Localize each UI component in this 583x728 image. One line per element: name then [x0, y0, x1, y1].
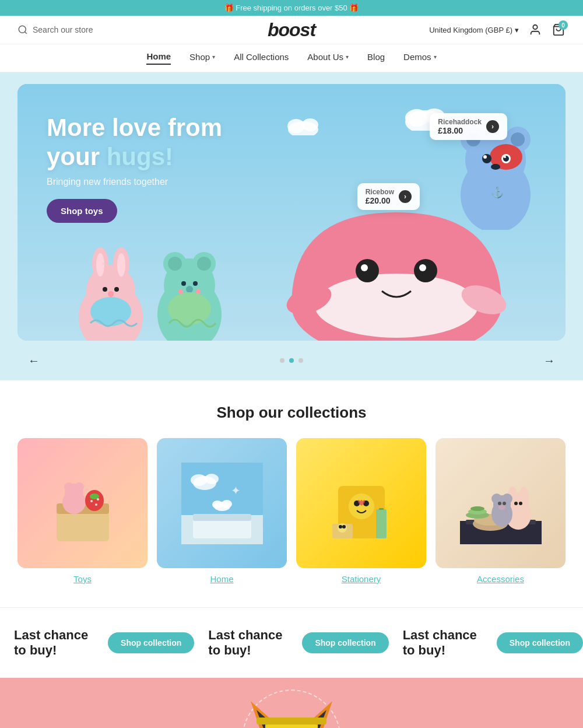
hero-prev-button[interactable]: ←	[23, 350, 44, 371]
hero-banner: More love from your hugs! Bringing new f…	[17, 84, 566, 341]
shop-collection-button-3[interactable]: Shop collection	[497, 632, 583, 653]
collection-image-toys	[17, 438, 147, 568]
chevron-down-icon: ▾	[212, 54, 215, 60]
last-chance-item-2: Last chance to buy!	[194, 617, 302, 668]
svg-point-77	[349, 494, 374, 519]
svg-point-14	[96, 253, 104, 276]
site-logo[interactable]: boost	[268, 19, 315, 41]
product-card-arrow-2[interactable]: ›	[399, 190, 412, 203]
svg-point-15	[117, 253, 125, 276]
hero-cta-button[interactable]: Shop toys	[47, 199, 117, 223]
svg-point-35	[414, 259, 437, 282]
collection-label-accessories: Accessories	[477, 574, 524, 584]
shop-collection-button-1[interactable]: Shop collection	[108, 632, 194, 653]
product-card-arrow[interactable]: ›	[486, 120, 499, 133]
collection-label-toys: Toys	[73, 574, 92, 584]
svg-rect-80	[376, 509, 387, 538]
svg-point-63	[95, 503, 97, 506]
svg-point-91	[519, 487, 529, 504]
hero-dot-3[interactable]	[298, 358, 303, 363]
svg-point-75	[222, 500, 232, 508]
main-nav: Home Shop ▾ All Collections About Us ▾ B…	[0, 44, 583, 72]
svg-point-71	[205, 474, 219, 484]
hero-navigation: ← →	[17, 341, 566, 380]
cart-icon[interactable]: 0	[552, 23, 566, 37]
svg-point-28	[186, 286, 193, 293]
collections-title: Shop our collections	[17, 404, 566, 422]
collection-image-accessories	[436, 438, 566, 568]
fox-plush-illustration	[204, 684, 379, 728]
svg-point-37	[419, 264, 426, 271]
banner-text: 🎁 Free shipping on orders over $50 🎁	[224, 4, 359, 12]
svg-rect-67	[193, 518, 251, 538]
nav-item-blog[interactable]: Blog	[367, 52, 385, 64]
hero-dot-1[interactable]	[280, 358, 285, 363]
hero-next-button[interactable]: →	[539, 350, 560, 371]
cart-badge: 0	[559, 20, 568, 30]
svg-point-74	[212, 501, 223, 509]
account-icon[interactable]	[528, 23, 542, 37]
svg-point-103	[498, 502, 501, 505]
last-chance-section: Last chance to buy! Shop collection Last…	[0, 607, 583, 678]
hero-dots	[280, 358, 303, 363]
nav-item-all-collections[interactable]: All Collections	[234, 52, 289, 64]
collection-label-home: Home	[210, 574, 233, 584]
collection-image-stationery	[296, 438, 426, 568]
svg-point-26	[181, 281, 186, 286]
collection-card-accessories[interactable]: Accessories	[436, 438, 566, 584]
svg-point-25	[197, 257, 211, 271]
svg-point-27	[193, 281, 198, 286]
svg-rect-81	[379, 508, 384, 510]
svg-point-62	[90, 500, 93, 502]
svg-point-105	[498, 505, 505, 510]
svg-point-98	[470, 506, 484, 511]
header-right: United Kingdom (GBP £) ▾ 0	[429, 23, 566, 37]
search-placeholder: Search our store	[33, 25, 93, 34]
last-chance-text-1: Last chance to buy!	[14, 628, 94, 658]
hero-dot-2[interactable]	[289, 358, 294, 363]
svg-point-58	[64, 482, 73, 492]
svg-point-93	[519, 502, 522, 505]
svg-point-17	[114, 287, 119, 292]
chevron-down-icon: ▾	[434, 54, 437, 60]
svg-point-83	[338, 523, 347, 533]
last-chance-item-1: Last chance to buy!	[0, 617, 108, 668]
hero-text-block: More love from your hugs! Bringing new f…	[47, 113, 222, 223]
product-card-ricehaddock[interactable]: Ricehaddock £18.00 ›	[430, 113, 507, 140]
svg-point-45	[511, 132, 525, 146]
svg-point-92	[514, 502, 518, 505]
collection-card-toys[interactable]: Toys	[17, 438, 147, 584]
collection-label-stationery: Stationery	[342, 574, 381, 584]
nav-item-demos[interactable]: Demos ▾	[403, 52, 437, 64]
svg-point-85	[342, 525, 346, 528]
nav-item-shop[interactable]: Shop ▾	[189, 52, 215, 64]
svg-line-1	[24, 32, 26, 33]
svg-point-36	[361, 264, 368, 271]
svg-point-47	[482, 154, 491, 163]
svg-point-84	[339, 525, 342, 528]
shop-collection-button-2[interactable]: Shop collection	[302, 632, 388, 653]
currency-selector[interactable]: United Kingdom (GBP £) ▾	[429, 26, 519, 34]
svg-point-24	[168, 257, 182, 271]
search-bar[interactable]: Search our store	[17, 24, 122, 35]
nav-item-about-us[interactable]: About Us ▾	[307, 52, 349, 64]
last-chance-text-3: Last chance to buy!	[403, 628, 483, 658]
nav-item-home[interactable]: Home	[146, 51, 171, 65]
last-chance-text-2: Last chance to buy!	[208, 628, 288, 658]
svg-point-104	[503, 502, 506, 505]
svg-point-16	[103, 287, 107, 292]
pink-section: A NEWKIND OFSHOP	[0, 678, 583, 728]
svg-point-34	[356, 259, 379, 282]
hero-section: More love from your hugs! Bringing new f…	[0, 72, 583, 380]
svg-rect-68	[193, 514, 251, 521]
product-card-ricebow[interactable]: Ricebow £20.00 ›	[357, 183, 420, 210]
svg-point-64	[97, 498, 99, 501]
svg-point-2	[533, 25, 537, 29]
top-banner: 🎁 Free shipping on orders over $50 🎁	[0, 0, 583, 16]
svg-point-60	[85, 490, 104, 511]
svg-rect-54	[57, 509, 109, 541]
collection-card-stationery[interactable]: Stationery	[296, 438, 426, 584]
collection-card-home[interactable]: ✦ Home	[157, 438, 287, 584]
svg-point-59	[75, 482, 84, 492]
search-icon	[17, 24, 28, 35]
